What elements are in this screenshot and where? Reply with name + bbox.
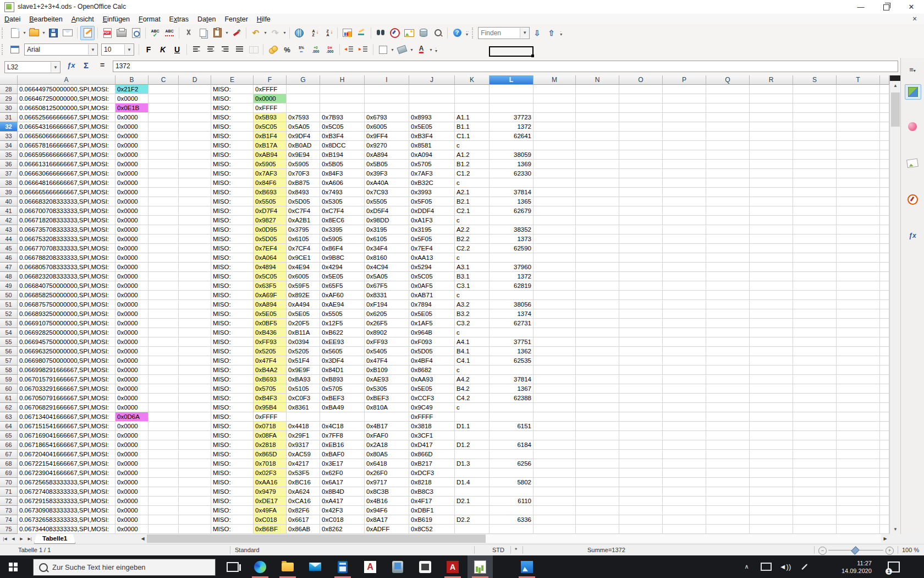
cell-M38[interactable] [534, 178, 576, 188]
find-replace-button[interactable] [374, 26, 387, 40]
cell-O62[interactable] [619, 403, 663, 412]
cell-E35[interactable]: MISO: [211, 150, 254, 160]
cell-M57[interactable] [534, 356, 576, 366]
cell-X50[interactable] [880, 291, 889, 300]
cell-P33[interactable] [663, 132, 706, 141]
cell-O40[interactable] [619, 197, 663, 206]
cell-M60[interactable] [534, 384, 576, 394]
align-justified-button[interactable] [233, 43, 246, 56]
navigator-button[interactable] [388, 26, 402, 40]
cell-X59[interactable] [880, 375, 889, 384]
cell-H64[interactable]: 0x4C18 [320, 422, 365, 431]
cell-Q68[interactable] [706, 459, 750, 468]
cell-T71[interactable] [837, 487, 880, 497]
cell-E69[interactable]: MISO: [211, 468, 254, 478]
undo-dropdown[interactable]: ▾ [263, 26, 268, 40]
cell-K60[interactable]: B4.2 [455, 384, 490, 394]
cell-K30[interactable] [455, 103, 490, 113]
cell-E59[interactable]: MISO: [211, 375, 254, 384]
cell-M44[interactable] [534, 235, 576, 244]
cell-Q45[interactable] [706, 244, 750, 253]
cell-S63[interactable] [793, 412, 837, 422]
borders-dropdown[interactable]: ▾ [390, 43, 395, 56]
cell-P42[interactable] [663, 216, 706, 225]
cell-Q74[interactable] [706, 515, 750, 525]
column-header-T[interactable]: T [837, 75, 880, 85]
cell-R47[interactable] [750, 263, 793, 272]
cell-J41[interactable]: 0xDDF4 [409, 206, 455, 216]
row-header-46[interactable]: 46 [0, 253, 18, 263]
cell-S37[interactable] [793, 169, 837, 178]
cell-G30[interactable] [287, 103, 320, 113]
cell-Q60[interactable] [706, 384, 750, 394]
cell-G72[interactable]: 0xCA16 [287, 497, 320, 506]
cell-N39[interactable] [576, 188, 619, 197]
cell-R69[interactable] [750, 468, 793, 478]
cell-J42[interactable]: 0xA1F3 [409, 216, 455, 225]
new-document-button[interactable] [8, 26, 21, 40]
first-sheet-button[interactable]: |◀ [1, 535, 9, 543]
cell-R60[interactable] [750, 384, 793, 394]
cell-S43[interactable] [793, 225, 837, 235]
cell-M32[interactable] [534, 122, 576, 132]
cell-H31[interactable]: 0x7B93 [320, 113, 365, 122]
cell-Q35[interactable] [706, 150, 750, 160]
column-header-O[interactable]: O [619, 75, 663, 85]
cell-R46[interactable] [750, 253, 793, 263]
cell-M58[interactable] [534, 366, 576, 375]
cell-J62[interactable]: 0x9C49 [409, 403, 455, 412]
menu-format[interactable]: Format [134, 14, 165, 25]
cell-I50[interactable]: 0x8331 [365, 291, 409, 300]
cell-F49[interactable]: 0x63F5 [254, 281, 287, 291]
cell-I48[interactable]: 0x5A05 [365, 272, 409, 281]
cell-K53[interactable]: C3.2 [455, 319, 490, 328]
cell-L41[interactable]: 62679 [490, 206, 534, 216]
row-header-55[interactable]: 55 [0, 337, 18, 347]
cell-R65[interactable] [750, 431, 793, 440]
background-color-button[interactable] [395, 43, 409, 56]
cell-X35[interactable] [880, 150, 889, 160]
cell-M47[interactable] [534, 263, 576, 272]
cell-G40[interactable]: 0x5D05 [287, 197, 320, 206]
cell-B43[interactable]: 0x0000 [116, 225, 148, 235]
minimize-button[interactable]: — [848, 0, 873, 14]
taskbar-autocad[interactable]: A [358, 555, 383, 578]
column-header-F[interactable]: F [254, 75, 287, 85]
cell-M59[interactable] [534, 375, 576, 384]
cell-F33[interactable]: 0xB1F4 [254, 132, 287, 141]
cell-G57[interactable]: 0x51F4 [287, 356, 320, 366]
cell-G62[interactable]: 0x8361 [287, 403, 320, 412]
cell-S57[interactable] [793, 356, 837, 366]
cell-G65[interactable]: 0x29F1 [287, 431, 320, 440]
cell-I44[interactable]: 0x6105 [365, 235, 409, 244]
cell-A30[interactable]: 0.066508125000000,SPI,MOSI: [18, 103, 116, 113]
cell-J65[interactable]: 0x3CF1 [409, 431, 455, 440]
menu-extras[interactable]: Extras [165, 14, 193, 25]
cell-I46[interactable]: 0x8160 [365, 253, 409, 263]
cell-E33[interactable]: MISO: [211, 132, 254, 141]
cell-C33[interactable] [148, 132, 179, 141]
cell-M68[interactable] [534, 459, 576, 468]
cell-S59[interactable] [793, 375, 837, 384]
cell-T57[interactable] [837, 356, 880, 366]
row-header-38[interactable]: 38 [0, 178, 18, 188]
cell-A37[interactable]: 0.066630666666667,SPI,MOSI: [18, 169, 116, 178]
cell-L38[interactable] [490, 178, 534, 188]
cell-L57[interactable]: 62535 [490, 356, 534, 366]
cell-I40[interactable]: 0x5505 [365, 197, 409, 206]
cell-T73[interactable] [837, 506, 880, 515]
cell-O52[interactable] [619, 309, 663, 319]
cell-L44[interactable]: 1373 [490, 235, 534, 244]
cell-K51[interactable]: A3.2 [455, 300, 490, 309]
cell-C32[interactable] [148, 122, 179, 132]
sheet-tab[interactable]: Tabelle1 [34, 534, 75, 544]
cell-S60[interactable] [793, 384, 837, 394]
column-header-Q[interactable]: Q [706, 75, 750, 85]
cell-X40[interactable] [880, 197, 889, 206]
cell-C58[interactable] [148, 366, 179, 375]
cell-L52[interactable]: 1374 [490, 309, 534, 319]
cell-H47[interactable]: 0x4294 [320, 263, 365, 272]
cell-H58[interactable]: 0x84D1 [320, 366, 365, 375]
cell-N48[interactable] [576, 272, 619, 281]
cell-X55[interactable] [880, 337, 889, 347]
